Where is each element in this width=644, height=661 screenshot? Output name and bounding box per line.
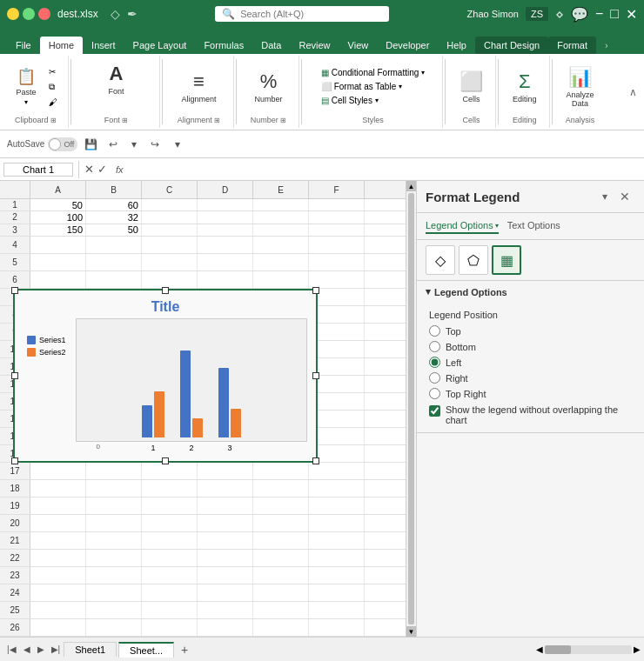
cell[interactable] bbox=[198, 602, 253, 618]
cell[interactable] bbox=[30, 567, 86, 584]
cell[interactable] bbox=[253, 237, 309, 253]
radio-bottom[interactable]: Bottom bbox=[429, 341, 632, 352]
cell[interactable] bbox=[86, 463, 142, 479]
cell[interactable] bbox=[30, 237, 86, 253]
cell[interactable] bbox=[86, 550, 142, 566]
cell[interactable] bbox=[309, 602, 365, 618]
cell[interactable] bbox=[253, 515, 309, 531]
tab-legend-options[interactable]: Legend Options ▾ bbox=[426, 218, 499, 234]
cut-button[interactable]: ✂ bbox=[45, 65, 61, 78]
cell[interactable] bbox=[86, 271, 142, 288]
cell[interactable] bbox=[253, 254, 309, 270]
cell[interactable] bbox=[30, 480, 86, 497]
tab-view[interactable]: View bbox=[339, 37, 378, 54]
cell-styles-button[interactable]: ▤ Cell Styles ▾ bbox=[318, 94, 429, 107]
cell[interactable] bbox=[253, 584, 309, 601]
radio-bottom-input[interactable] bbox=[429, 341, 440, 352]
cell[interactable] bbox=[142, 237, 198, 253]
search-bar[interactable]: 🔍 bbox=[215, 6, 389, 22]
chart-container[interactable]: Title Series1 bbox=[13, 289, 318, 463]
cell[interactable] bbox=[253, 271, 309, 288]
cell-f2[interactable] bbox=[309, 211, 365, 223]
tab-chart-design[interactable]: Chart Design bbox=[475, 37, 548, 54]
tab-text-options[interactable]: Text Options bbox=[507, 218, 560, 234]
undo-dropdown[interactable]: ▾ bbox=[124, 135, 144, 154]
name-box[interactable] bbox=[3, 163, 73, 177]
cell[interactable] bbox=[86, 497, 142, 514]
analyze-data-button[interactable]: 📊 AnalyzeData bbox=[561, 63, 600, 111]
format-painter-button[interactable]: 🖌 bbox=[45, 96, 61, 109]
autosave-toggle[interactable]: Off bbox=[48, 137, 77, 151]
cell[interactable] bbox=[253, 619, 309, 636]
handle-bl[interactable] bbox=[11, 457, 18, 464]
save-button[interactable]: 💾 bbox=[81, 135, 100, 154]
handle-tl[interactable] bbox=[11, 287, 18, 294]
cell[interactable] bbox=[309, 619, 365, 636]
font-expand[interactable]: ⊞ bbox=[122, 117, 128, 124]
handle-bc[interactable] bbox=[162, 457, 169, 464]
panel-close-btn[interactable]: ✕ bbox=[614, 188, 635, 205]
cell-c3[interactable] bbox=[142, 224, 198, 236]
scroll-up-btn[interactable]: ▲ bbox=[406, 181, 416, 191]
cell[interactable] bbox=[198, 515, 253, 531]
tab-more[interactable]: › bbox=[596, 37, 617, 54]
panel-collapse-btn[interactable]: ▾ bbox=[599, 189, 611, 204]
cell[interactable] bbox=[142, 271, 198, 288]
radio-top-right[interactable]: Top Right bbox=[429, 388, 632, 399]
tab-data[interactable]: Data bbox=[252, 37, 290, 54]
cell[interactable] bbox=[198, 497, 253, 514]
cell[interactable] bbox=[309, 463, 365, 479]
editing-button[interactable]: Σ Editing bbox=[507, 67, 542, 107]
cell-a1[interactable]: 50 bbox=[30, 199, 86, 210]
sheet-tab-sheet2[interactable]: Sheet... bbox=[118, 642, 174, 658]
handle-ml[interactable] bbox=[11, 372, 18, 379]
cancel-formula-btn[interactable]: ✕ bbox=[84, 163, 94, 176]
scroll-down-btn[interactable]: ▼ bbox=[406, 626, 416, 637]
cell[interactable] bbox=[86, 584, 142, 601]
cell[interactable] bbox=[142, 515, 198, 531]
cell[interactable] bbox=[198, 271, 253, 288]
cell[interactable] bbox=[142, 254, 198, 270]
cell[interactable] bbox=[309, 237, 365, 253]
radio-top-right-input[interactable] bbox=[429, 388, 440, 399]
maximize-btn[interactable] bbox=[23, 8, 35, 20]
radio-left-input[interactable] bbox=[429, 357, 440, 368]
copy-button[interactable]: ⧉ bbox=[45, 80, 61, 94]
tab-format[interactable]: Format bbox=[548, 37, 596, 54]
sheet-scroll-track[interactable] bbox=[545, 645, 632, 654]
number-button[interactable]: % Number bbox=[249, 67, 287, 107]
format-table-button[interactable]: ⬜ Format as Table ▾ bbox=[318, 80, 429, 93]
col-header-a[interactable]: A bbox=[30, 181, 86, 198]
cell[interactable] bbox=[142, 550, 198, 566]
handle-tr[interactable] bbox=[312, 287, 319, 294]
align-expand[interactable]: ⊞ bbox=[214, 117, 220, 124]
cell[interactable] bbox=[30, 602, 86, 618]
cell-e3[interactable] bbox=[253, 224, 309, 236]
cell[interactable] bbox=[198, 550, 253, 566]
bar-chart-icon-btn[interactable]: ▦ bbox=[492, 245, 521, 275]
cell[interactable] bbox=[142, 619, 198, 636]
close-window-icon[interactable]: ✕ bbox=[626, 6, 637, 23]
tab-review[interactable]: Review bbox=[290, 37, 339, 54]
cell[interactable] bbox=[142, 532, 198, 549]
cell[interactable] bbox=[253, 480, 309, 497]
tab-formulas[interactable]: Formulas bbox=[195, 37, 252, 54]
radio-right-input[interactable] bbox=[429, 372, 440, 384]
cell-f3[interactable] bbox=[309, 224, 365, 236]
handle-tc[interactable] bbox=[162, 287, 169, 294]
col-header-f[interactable]: F bbox=[309, 181, 365, 198]
cell-d1[interactable] bbox=[198, 199, 253, 210]
cell[interactable] bbox=[198, 254, 253, 270]
col-header-b[interactable]: B bbox=[86, 181, 142, 198]
conditional-formatting-button[interactable]: ▦ Conditional Formatting ▾ bbox=[318, 66, 429, 79]
cell[interactable] bbox=[142, 602, 198, 618]
tab-insert[interactable]: Insert bbox=[83, 37, 124, 54]
cell-a2[interactable]: 100 bbox=[30, 211, 86, 223]
alignment-button[interactable]: ≡ Alignment bbox=[176, 67, 221, 107]
cell[interactable] bbox=[86, 602, 142, 618]
cell[interactable] bbox=[198, 463, 253, 479]
customize-qa-button[interactable]: ▾ bbox=[168, 135, 187, 154]
handle-mr[interactable] bbox=[312, 372, 319, 379]
cell-a3[interactable]: 150 bbox=[30, 224, 86, 236]
scroll-thumb[interactable] bbox=[408, 193, 414, 624]
